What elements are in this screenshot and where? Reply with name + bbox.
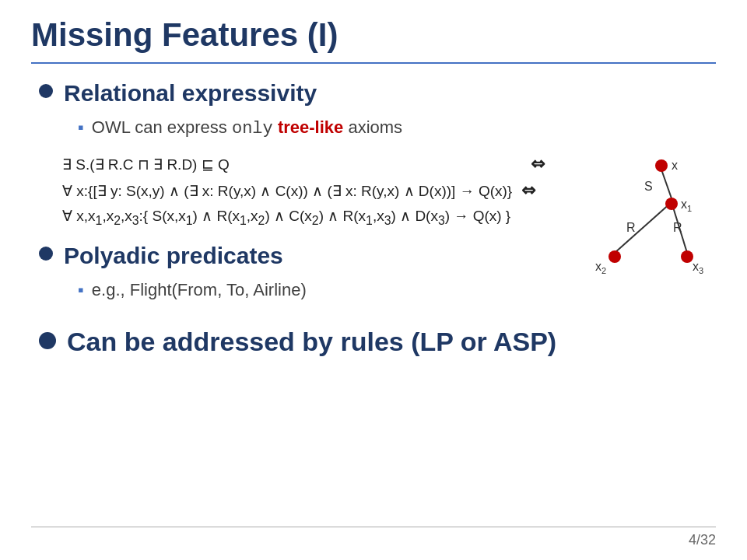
- label-x2: x2: [595, 260, 606, 275]
- node-x3: [681, 250, 693, 263]
- iff-2: ⇔: [521, 180, 535, 201]
- sub-bullet-text-flight: e.g., Flight(From, To, Airline): [92, 278, 307, 303]
- graph-container: x S x1 R R x2 x3: [572, 156, 712, 280]
- sub-bullet-marker-2: ▪: [78, 280, 84, 300]
- label-r1: R: [626, 221, 636, 234]
- bullet-dot-2: [39, 247, 53, 261]
- label-x3: x3: [693, 260, 703, 275]
- slide-title: Missing Features (I): [31, 16, 716, 54]
- node-x: [655, 159, 668, 172]
- footer: 4/32: [31, 527, 716, 548]
- formula-3-text: ∀ x,x1,x2,x3:{ S(x,x1) ∧ R(x1,x2) ∧ C(x2…: [62, 207, 510, 228]
- only-word: only: [232, 119, 273, 138]
- bullet-text-polyadic: Polyadic predicates: [64, 240, 283, 271]
- slide: Missing Features (I) Relational expressi…: [0, 0, 747, 560]
- node-x1: [665, 198, 678, 210]
- sub-bullet-text-owl: OWL can express only tree-like axioms: [92, 116, 402, 142]
- bullet-can-be: Can be addressed by rules (LP or ASP): [39, 324, 708, 359]
- tree-like-word: tree-like: [278, 117, 343, 137]
- bullet-dot-1: [39, 84, 53, 98]
- bullet-dot-3: [39, 332, 56, 349]
- formula-2-text: ∀ x:{[∃ y: S(x,y) ∧ (∃ x: R(y,x) ∧ C(x))…: [62, 182, 512, 200]
- edge-x-x1: [661, 170, 672, 198]
- tree-graph-svg: x S x1 R R x2 x3: [572, 156, 716, 284]
- formula-1-text: ∃ S.(∃ R.C ⊓ ∃ R.D) ⊑ Q: [62, 156, 230, 173]
- bullet-relational: Relational expressivity: [39, 78, 708, 108]
- bullet-text-can-be: Can be addressed by rules (LP or ASP): [67, 324, 556, 359]
- edge-x1-x2: [615, 202, 672, 253]
- iff-1: ⇔: [531, 154, 545, 174]
- title-section: Missing Features (I): [31, 0, 716, 64]
- label-s: S: [644, 180, 653, 193]
- node-x2: [608, 250, 621, 263]
- bullet-text-relational: Relational expressivity: [64, 78, 317, 108]
- sub-bullet-marker-1: ▪: [78, 117, 84, 138]
- label-r2: R: [673, 221, 682, 234]
- label-x1: x1: [681, 198, 692, 213]
- label-x: x: [672, 159, 678, 172]
- sub-bullet-owl: ▪ OWL can express only tree-like axioms: [78, 116, 708, 142]
- page-number: 4/32: [689, 532, 716, 548]
- content-area: Relational expressivity ▪ OWL can expres…: [31, 78, 716, 359]
